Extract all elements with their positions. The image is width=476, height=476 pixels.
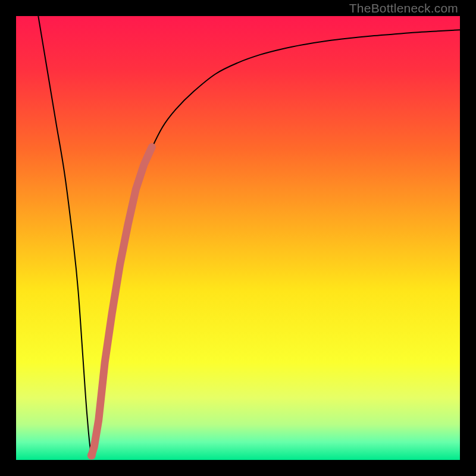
plot-area [16,16,460,460]
highlight-marker [92,147,152,455]
chart-frame: TheBottleneck.com [0,0,476,476]
watermark-text: TheBottleneck.com [349,1,458,15]
curve-layer [16,16,460,460]
optimum-dot [87,452,96,460]
